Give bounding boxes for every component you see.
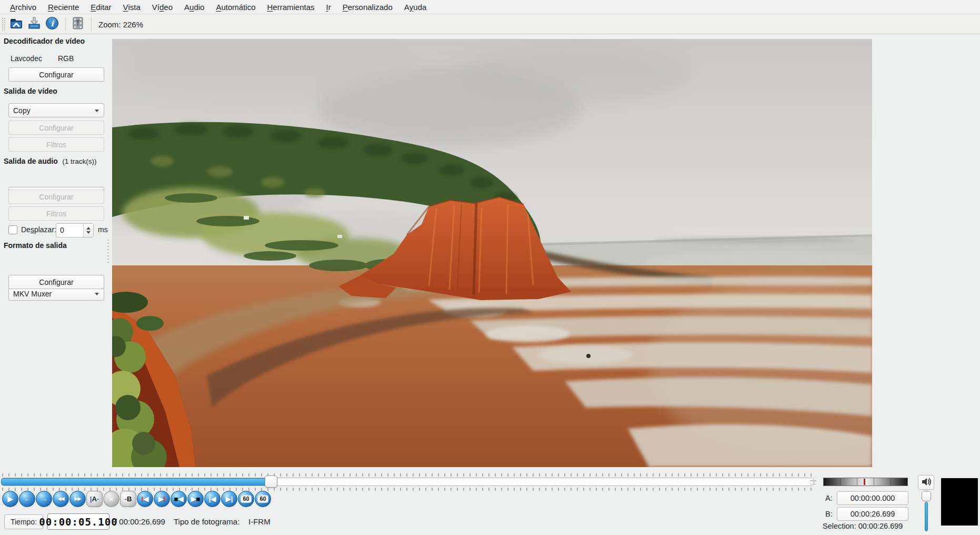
audio-shift-unit: ms (98, 225, 108, 234)
toolbar-separator (91, 17, 92, 31)
audio-level-meter (823, 478, 908, 486)
previous-frame-button[interactable]: ← (19, 491, 35, 507)
open-video-icon (9, 16, 24, 33)
total-duration-label: / 00:00:26.699 (115, 517, 165, 526)
last-frame-button[interactable]: ▶| (221, 491, 237, 507)
frame-type-value: I-FRM (248, 517, 271, 526)
video-codec-select[interactable]: Copy (8, 103, 104, 117)
marker-b-label: B: (825, 510, 833, 518)
volume-slider-handle[interactable] (922, 491, 931, 501)
information-icon: i (45, 16, 59, 33)
forward-60s-button[interactable]: 60 (255, 491, 271, 507)
video-filters-icon (71, 16, 85, 33)
video-preview-frame (112, 39, 872, 467)
menu-automatico[interactable]: Automático (210, 0, 261, 14)
set-marker-b-button[interactable]: -B (120, 491, 136, 507)
panel-grip[interactable] (810, 480, 816, 484)
selection-duration-label: Selection: 00:00:26.699 (823, 522, 903, 530)
next-black-frame-button[interactable]: ▶■ (187, 491, 204, 507)
information-button[interactable]: i (44, 16, 61, 33)
menu-vista[interactable]: Vista (117, 0, 146, 14)
meter-mark (864, 479, 865, 485)
volume-slider-track[interactable] (925, 502, 928, 531)
video-configure-button[interactable]: Configurar (8, 121, 104, 135)
speaker-icon (921, 477, 932, 488)
menu-ayuda[interactable]: Ayuda (398, 0, 433, 14)
video-still-image (112, 39, 872, 467)
audio-shift-spinbox[interactable]: 0 (56, 223, 94, 237)
time-button[interactable]: Tiempo: (4, 514, 43, 529)
seek-ticks-top (2, 473, 814, 477)
delete-selection-button[interactable]: × (103, 491, 119, 507)
marker-a-time-field[interactable]: 00:00:00.000 (837, 491, 908, 505)
marker-b-time-field[interactable]: 00:00:26.699 (837, 507, 908, 521)
video-output-title: Salida de vídeo (4, 87, 57, 95)
fast-forward-button[interactable]: ▶▶ (69, 491, 86, 507)
save-video-button[interactable] (26, 16, 43, 33)
transport-controls: ▶←→◀◀▶▶|A-×-BI◀▶I■◀▶■|◀▶|6060 (2, 491, 271, 507)
previous-black-frame-button[interactable]: ■◀ (171, 491, 187, 507)
menu-reciente[interactable]: Reciente (42, 0, 85, 14)
next-frame-button[interactable]: → (36, 491, 52, 507)
sidebar-splitter-handle[interactable] (107, 240, 109, 264)
seek-slider-handle[interactable] (265, 475, 277, 488)
spin-down-icon[interactable] (86, 231, 91, 236)
audio-shift-value: 0 (56, 224, 83, 237)
audio-shift-label: Desplazar: (21, 225, 56, 234)
current-time-display: 00:00:05.100 (47, 513, 109, 530)
menu-bar: ArchivoRecienteEditarVistaVídeoAudioAuto… (0, 0, 980, 14)
audio-track-count: (1 track(s)) (62, 157, 96, 165)
audio-configure-button[interactable]: Configurar (8, 190, 104, 204)
video-filters-sidebar-button[interactable]: Filtros (8, 137, 104, 152)
main-toolbar: i Zoom: 226% (0, 15, 980, 34)
next-intra-frame-button[interactable]: ▶I (154, 491, 170, 507)
zoom-level-label: Zoom: 226% (98, 20, 143, 29)
menu-editar[interactable]: Editar (85, 0, 117, 14)
audio-visualization-box (941, 478, 978, 526)
decoder-configure-button[interactable]: Configurar (8, 67, 104, 82)
menu-video[interactable]: Vídeo (146, 0, 178, 14)
output-format-title: Formato de salida (4, 241, 67, 250)
marker-a-label: A: (825, 494, 833, 502)
menu-ir[interactable]: Ir (321, 0, 337, 14)
meter-segments (824, 478, 907, 486)
video-decoder-name: Lavcodec (11, 54, 42, 63)
audio-filters-button[interactable]: Filtros (8, 206, 104, 221)
spinbox-arrows[interactable] (83, 224, 93, 237)
frame-type-label: Tipo de fotograma: (174, 517, 239, 526)
menu-herramientas[interactable]: Herramientas (261, 0, 320, 14)
play-button[interactable]: ▶ (2, 491, 18, 507)
menu-personalizado[interactable]: Personalizado (337, 0, 398, 14)
save-video-icon (27, 16, 42, 33)
mute-button[interactable] (918, 475, 934, 490)
video-decoder-title: Decodificador de vídeo (4, 37, 85, 45)
menu-audio[interactable]: Audio (178, 0, 210, 14)
spin-up-icon[interactable] (86, 225, 91, 230)
audio-output-title: Salida de audio (4, 157, 58, 165)
toolbar-grip[interactable] (2, 17, 5, 31)
set-marker-a-button[interactable]: |A- (86, 491, 103, 507)
previous-intra-frame-button[interactable]: I◀ (137, 491, 153, 507)
first-frame-button[interactable]: |◀ (204, 491, 221, 507)
video-decoder-colorspace: RGB (58, 54, 74, 63)
toolbar-separator (65, 17, 66, 31)
menu-archivo[interactable]: Archivo (4, 0, 42, 14)
back-60s-button[interactable]: 60 (238, 491, 254, 507)
rewind-button[interactable]: ◀◀ (53, 491, 69, 507)
muxer-configure-button[interactable]: Configurar (8, 275, 104, 289)
open-video-button[interactable] (8, 16, 25, 33)
audio-shift-checkbox[interactable] (8, 225, 17, 234)
video-filters-button[interactable] (69, 16, 86, 33)
seek-slider-fill (1, 478, 271, 486)
